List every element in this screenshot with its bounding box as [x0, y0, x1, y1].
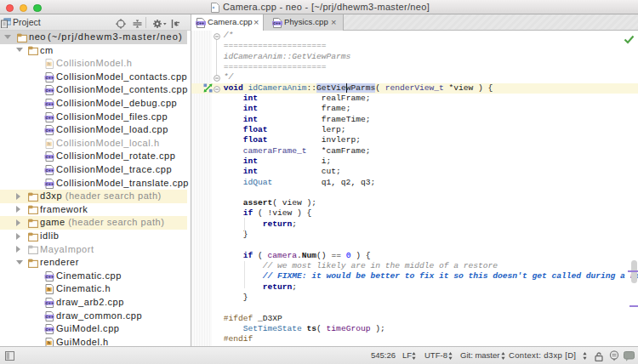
svg-text:c++: c++ [273, 20, 281, 26]
svg-text:c++: c++ [46, 115, 54, 120]
svg-text:h: h [48, 61, 51, 66]
svg-text:c++: c++ [197, 20, 204, 26]
svg-text:c++: c++ [46, 314, 54, 319]
svg-text:c++: c++ [46, 327, 54, 332]
svg-text:h: h [48, 287, 51, 292]
svg-text:c++: c++ [46, 154, 54, 159]
svg-text:c++: c++ [46, 128, 54, 133]
svg-text:c++: c++ [46, 300, 54, 305]
svg-text:c++: c++ [46, 168, 54, 173]
svg-text:h: h [48, 141, 51, 146]
svg-text:c++: c++ [46, 88, 54, 93]
svg-text:c++: c++ [46, 101, 54, 106]
svg-text:h: h [48, 340, 51, 345]
svg-text:c++: c++ [46, 75, 54, 80]
svg-text:c++: c++ [46, 274, 54, 279]
svg-text:c++: c++ [46, 181, 54, 186]
